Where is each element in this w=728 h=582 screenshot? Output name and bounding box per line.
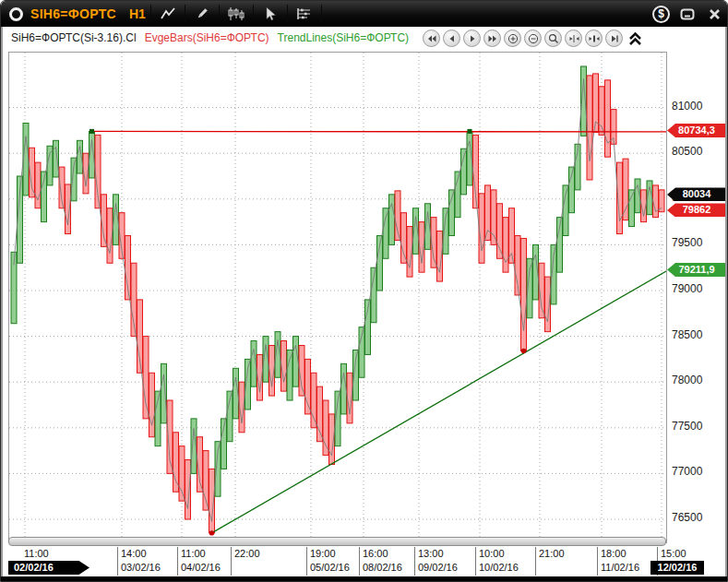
candle [161, 363, 167, 422]
candle [587, 76, 592, 180]
levels-icon[interactable] [292, 4, 316, 24]
dollar-icon[interactable]: $ [652, 6, 670, 23]
price-tick-label: 76500 [672, 511, 702, 524]
nav-forward-button[interactable] [463, 30, 481, 47]
nav-bar-width-button[interactable] [585, 30, 603, 47]
date-label: 08/02/16 [363, 562, 402, 573]
window-right-border [725, 27, 727, 576]
separator [321, 5, 322, 23]
candle [23, 123, 29, 195]
candle [323, 400, 328, 456]
close-icon[interactable] [705, 6, 723, 22]
trendline-resistance[interactable] [92, 131, 667, 132]
candle [497, 204, 503, 259]
time-label: 18:00 [601, 548, 627, 559]
time-axis[interactable]: 11:0002/02/1614:0003/02/1611:0004/02/162… [1, 546, 728, 576]
legend-series-1[interactable]: EvgeBars(SiH6=ФОРТС) [145, 31, 269, 44]
candle [179, 446, 185, 502]
app-logo-ring-icon [9, 7, 23, 21]
candle [401, 213, 407, 264]
nav-go-to-end-button[interactable] [605, 30, 623, 47]
candlestick-icon[interactable] [224, 4, 248, 24]
nav-zoom-out-button[interactable] [524, 30, 542, 47]
chart-window: SIH6=ФОРТС H1 [0, 0, 728, 582]
date-label: 10/02/16 [479, 562, 519, 573]
separator [185, 5, 185, 23]
price-tag: 80734,3 [667, 124, 726, 137]
nav-back-button[interactable] [443, 30, 460, 47]
candle [287, 350, 292, 400]
price-axis[interactable]: 8100080500800007950079000785007800077500… [668, 52, 726, 543]
candle [479, 194, 484, 263]
line-chart-icon[interactable] [156, 4, 180, 24]
candle [54, 140, 59, 177]
pivot-marker[interactable] [209, 530, 214, 535]
pencil-icon[interactable] [190, 4, 214, 24]
date-label: 03/02/16 [121, 562, 161, 573]
nav-magnifier-button[interactable] [544, 30, 562, 47]
date-label: 04/02/16 [181, 562, 221, 573]
nav-fast-rewind-button[interactable] [423, 30, 440, 47]
candle [503, 218, 508, 273]
candle [599, 87, 604, 136]
window-title: SIH6=ФОРТС [30, 6, 116, 21]
cursor-icon[interactable] [258, 4, 282, 24]
time-tick-mark [475, 547, 476, 576]
candle [47, 146, 53, 185]
nav-fast-forward-button[interactable] [483, 30, 501, 47]
time-label: 22:00 [234, 548, 260, 559]
pivot-marker[interactable] [90, 129, 94, 134]
candle [185, 460, 191, 519]
pivot-marker[interactable] [468, 129, 472, 134]
price-tick-label: 79500 [672, 236, 702, 249]
price-tag: 79862 [667, 203, 726, 217]
time-label: 21:00 [539, 548, 565, 559]
legend-series-2[interactable]: TrendLines(SiH6=ФОРТС) [278, 31, 410, 44]
candle [491, 190, 496, 245]
title-bar: SIH6=ФОРТС H1 [1, 1, 728, 27]
nav-zoom-in-button[interactable] [504, 30, 521, 47]
price-tick-label: 77500 [672, 420, 702, 433]
time-tick-mark [597, 547, 598, 576]
time-label: 15:00 [661, 548, 686, 559]
time-tick-mark [177, 547, 178, 576]
horizontal-scrollbar-thumb[interactable] [8, 537, 666, 546]
price-tick-label: 80500 [672, 145, 702, 158]
nav-toolbar [423, 30, 642, 47]
time-label: 10:00 [479, 548, 505, 559]
separator [219, 5, 220, 23]
timeframe-label: H1 [129, 6, 146, 21]
candle [173, 433, 179, 492]
minimize-icon[interactable] [678, 6, 697, 22]
time-tick-mark [231, 547, 232, 576]
time-tick-mark [117, 547, 118, 576]
time-label: 11:00 [24, 548, 49, 559]
candle [629, 190, 635, 227]
chevron-up-double-icon[interactable] [628, 31, 642, 46]
candlestick-chart[interactable] [9, 53, 666, 542]
candle [521, 238, 527, 350]
separator [287, 5, 288, 23]
candle [653, 185, 659, 218]
legend: SiH6=ФОРТС(Si-3.16).ClEvgeBars(SiH6=ФОРТ… [11, 31, 409, 44]
trendline-support[interactable] [212, 271, 667, 533]
time-label: 13:00 [418, 548, 444, 559]
chart-plot-area[interactable] [8, 52, 667, 543]
price-tick-label: 78000 [672, 374, 702, 386]
time-tick-mark [414, 547, 415, 576]
candle [143, 337, 149, 419]
candle [461, 148, 467, 195]
nav-compress-button[interactable] [565, 30, 582, 47]
price-tick-label: 81000 [672, 100, 702, 113]
price-tick-label: 79000 [672, 282, 702, 295]
window-bottom-border [1, 576, 728, 582]
time-label: 11:00 [181, 548, 206, 559]
candle [203, 451, 209, 510]
time-tick-mark [359, 547, 360, 576]
legend-series-0[interactable]: SiH6=ФОРТС(Si-3.16).Cl [11, 31, 137, 44]
time-label: 16:00 [363, 548, 388, 559]
pivot-marker[interactable] [521, 349, 526, 353]
price-tick-label: 77000 [672, 465, 702, 478]
date-label: 05/02/16 [310, 562, 350, 573]
close-price-line [14, 79, 662, 522]
